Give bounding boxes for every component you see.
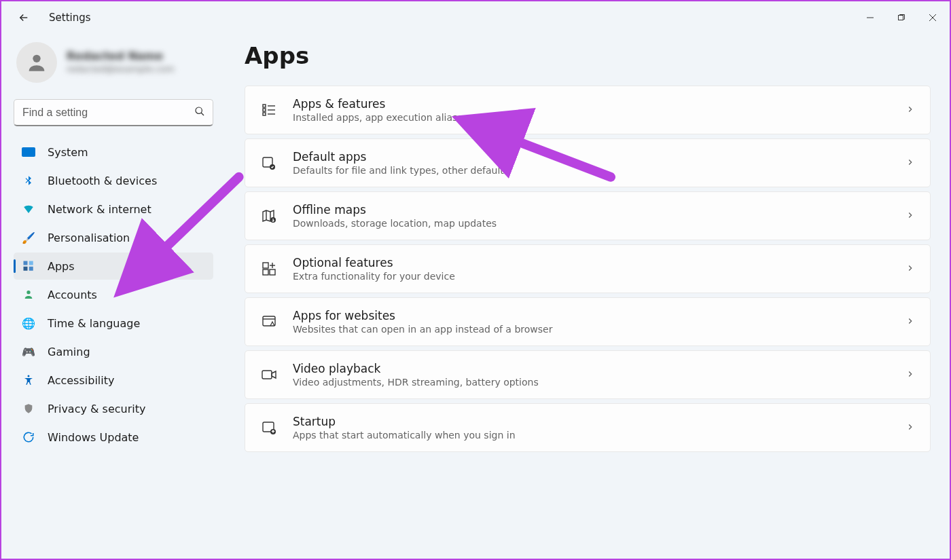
svg-point-5 [196, 107, 202, 113]
card-body: Apps for websitesWebsites that can open … [293, 309, 891, 335]
accessibility-icon [22, 373, 35, 387]
wifi-icon [22, 202, 35, 216]
sidebar-item-label: Time & language [48, 317, 140, 330]
card-offline-maps[interactable]: Offline mapsDownloads, storage location,… [245, 191, 931, 240]
svg-rect-22 [263, 263, 268, 268]
card-subtitle: Extra functionality for your device [293, 271, 891, 282]
svg-rect-7 [24, 261, 28, 265]
chevron-right-icon [905, 210, 915, 223]
sidebar-item-label: Apps [48, 260, 75, 273]
card-video-playback[interactable]: Video playbackVideo adjustments, HDR str… [245, 350, 931, 399]
profile-block[interactable]: Redacted Name redacted@example.com [14, 42, 213, 83]
chevron-right-icon [905, 369, 915, 381]
main-content: Apps Apps & featuresInstalled apps, app … [226, 34, 950, 559]
search-input[interactable] [14, 99, 213, 126]
svg-rect-14 [263, 109, 266, 111]
sidebar-item-accessibility[interactable]: Accessibility [14, 367, 213, 394]
maximize-button[interactable] [886, 7, 917, 29]
svg-rect-9 [24, 267, 28, 271]
video-playback-icon [260, 366, 278, 384]
chevron-right-icon [905, 104, 915, 117]
minimize-button[interactable] [855, 7, 886, 29]
window-title: Settings [49, 12, 91, 24]
card-body: Offline mapsDownloads, storage location,… [293, 203, 891, 229]
titlebar: Settings [1, 1, 950, 34]
sidebar-item-label: System [48, 146, 88, 159]
card-body: Video playbackVideo adjustments, HDR str… [293, 362, 891, 388]
svg-rect-1 [899, 16, 903, 20]
sidebar-item-gaming[interactable]: 🎮Gaming [14, 338, 213, 365]
sidebar-item-privacy-security[interactable]: Privacy & security [14, 395, 213, 422]
default-apps-icon [260, 154, 278, 172]
svg-rect-13 [263, 105, 266, 107]
svg-rect-8 [29, 261, 33, 265]
card-subtitle: Video adjustments, HDR streaming, batter… [293, 377, 891, 388]
sidebar-item-bluetooth-devices[interactable]: Bluetooth & devices [14, 167, 213, 194]
svg-rect-24 [270, 269, 275, 275]
card-subtitle: Downloads, storage location, map updates [293, 218, 891, 229]
chevron-right-icon [905, 422, 915, 434]
chevron-right-icon [905, 263, 915, 276]
shield-icon [22, 402, 35, 415]
card-title: Default apps [293, 150, 891, 164]
sidebar-item-label: Accounts [48, 288, 97, 301]
globe-clock-icon: 🌐 [22, 316, 35, 330]
search-icon [194, 106, 205, 119]
svg-point-11 [26, 291, 30, 294]
chevron-right-icon [905, 316, 915, 329]
card-body: Default appsDefaults for file and link t… [293, 150, 891, 176]
sidebar-item-accounts[interactable]: Accounts [14, 281, 213, 308]
sidebar-item-label: Windows Update [48, 431, 139, 444]
svg-rect-23 [263, 269, 268, 275]
card-body: Apps & featuresInstalled apps, app execu… [293, 97, 891, 123]
card-default-apps[interactable]: Default appsDefaults for file and link t… [245, 138, 931, 187]
close-button[interactable] [917, 7, 948, 29]
sidebar-item-windows-update[interactable]: Windows Update [14, 424, 213, 451]
svg-rect-15 [263, 113, 266, 115]
profile-name: Redacted Name [67, 50, 175, 64]
window-controls [855, 7, 948, 29]
person-icon [25, 51, 48, 74]
sidebar-item-time-language[interactable]: 🌐Time & language [14, 310, 213, 337]
back-button[interactable] [18, 12, 30, 24]
svg-point-12 [28, 375, 30, 377]
monitor-icon [22, 145, 35, 159]
apps-features-icon [260, 101, 278, 119]
sidebar-nav: SystemBluetooth & devicesNetwork & inter… [14, 138, 213, 451]
card-title: Apps & features [293, 97, 891, 111]
svg-rect-10 [29, 267, 33, 271]
sidebar-item-label: Privacy & security [48, 403, 145, 415]
card-apps-features[interactable]: Apps & featuresInstalled apps, app execu… [245, 86, 931, 134]
page-title: Apps [245, 42, 931, 69]
svg-line-6 [201, 113, 204, 115]
card-apps-for-websites[interactable]: Apps for websitesWebsites that can open … [245, 297, 931, 346]
sidebar-item-label: Bluetooth & devices [48, 174, 157, 187]
card-title: Optional features [293, 256, 891, 269]
card-title: Apps for websites [293, 309, 891, 322]
card-optional-features[interactable]: Optional featuresExtra functionality for… [245, 244, 931, 293]
chevron-right-icon [905, 157, 915, 170]
card-subtitle: Installed apps, app execution aliases [293, 112, 891, 123]
settings-cards: Apps & featuresInstalled apps, app execu… [245, 86, 931, 452]
card-startup[interactable]: StartupApps that start automatically whe… [245, 403, 931, 452]
bluetooth-icon [22, 174, 35, 187]
card-title: Offline maps [293, 203, 891, 217]
card-subtitle: Defaults for file and link types, other … [293, 165, 891, 176]
sidebar-item-label: Network & internet [48, 203, 151, 216]
profile-text: Redacted Name redacted@example.com [67, 50, 175, 75]
apps-websites-icon [260, 313, 278, 331]
optional-features-icon [260, 260, 278, 278]
sidebar-item-personalisation[interactable]: 🖌️Personalisation [14, 224, 213, 251]
sidebar-item-system[interactable]: System [14, 138, 213, 166]
apps-icon [22, 259, 35, 273]
svg-rect-29 [262, 371, 272, 379]
card-subtitle: Websites that can open in an app instead… [293, 324, 891, 335]
card-subtitle: Apps that start automatically when you s… [293, 430, 891, 441]
profile-email: redacted@example.com [67, 64, 175, 75]
offline-maps-icon [260, 207, 278, 225]
sidebar-item-network-internet[interactable]: Network & internet [14, 195, 213, 223]
startup-icon [260, 419, 278, 436]
card-body: Optional featuresExtra functionality for… [293, 256, 891, 282]
sidebar-item-apps[interactable]: Apps [14, 253, 213, 280]
search-wrap [14, 99, 213, 126]
